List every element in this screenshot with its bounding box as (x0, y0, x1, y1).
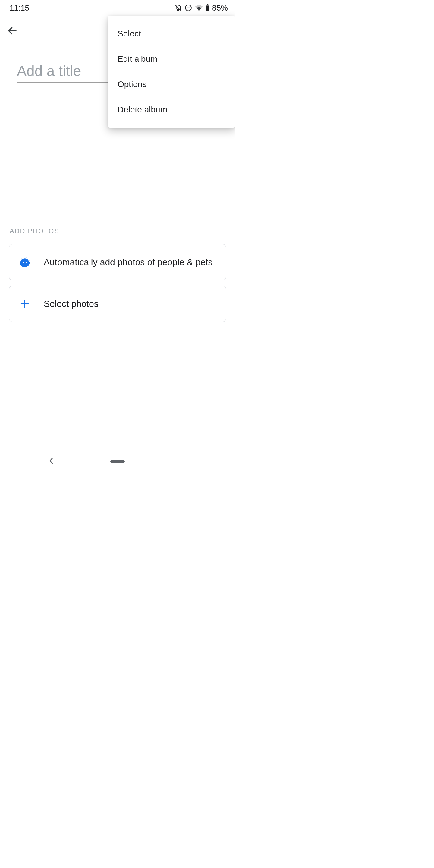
svg-rect-5 (206, 5, 210, 11)
dnd-off-icon (174, 4, 182, 12)
auto-add-label: Automatically add photos of people & pet… (44, 256, 213, 269)
back-button[interactable] (6, 24, 19, 37)
menu-item-edit-album[interactable]: Edit album (108, 46, 235, 72)
wifi-icon (195, 4, 203, 11)
svg-rect-3 (207, 4, 208, 4)
battery-icon (206, 4, 210, 12)
do-not-disturb-icon (184, 4, 192, 12)
menu-item-delete-album[interactable]: Delete album (108, 97, 235, 122)
menu-item-select[interactable]: Select (108, 21, 235, 46)
svg-point-11 (26, 262, 27, 264)
arrow-left-icon (7, 25, 18, 36)
auto-add-people-card[interactable]: Automatically add photos of people & pet… (9, 244, 226, 280)
overflow-menu: Select Edit album Options Delete album (108, 16, 235, 128)
battery-percent: 85% (212, 3, 228, 13)
face-icon (19, 256, 31, 268)
status-bar: 11:15 (0, 0, 235, 16)
select-photos-card[interactable]: Select photos (9, 286, 226, 322)
status-right: 85% (174, 3, 228, 13)
nav-back-button[interactable] (48, 457, 54, 466)
menu-item-options[interactable]: Options (108, 72, 235, 97)
plus-icon (19, 299, 31, 309)
add-photos-header: ADD PHOTOS (0, 227, 235, 235)
add-photos-card-list: Automatically add photos of people & pet… (0, 235, 235, 322)
system-nav-bar (0, 453, 235, 470)
nav-home-pill[interactable] (110, 460, 125, 463)
svg-point-10 (23, 262, 24, 264)
status-time: 11:15 (10, 3, 29, 13)
select-photos-label: Select photos (44, 298, 98, 310)
svg-point-9 (20, 258, 29, 267)
